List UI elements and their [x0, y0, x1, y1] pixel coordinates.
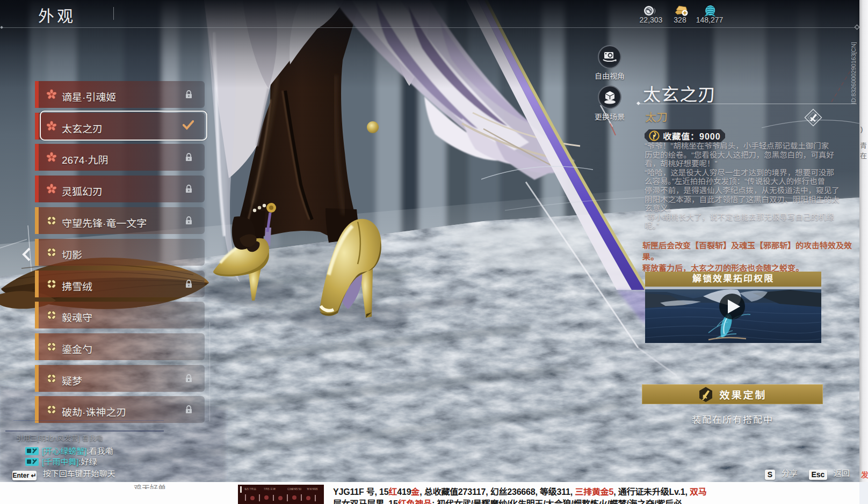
- svg-text:7月5 三排: 7月5 三排: [264, 487, 276, 491]
- svg-text:C3城球5 50: C3城球5 50: [287, 487, 301, 491]
- svg-text:有5 7月11: 有5 7月11: [244, 487, 256, 491]
- svg-text:军监球95: 军监球95: [307, 487, 318, 491]
